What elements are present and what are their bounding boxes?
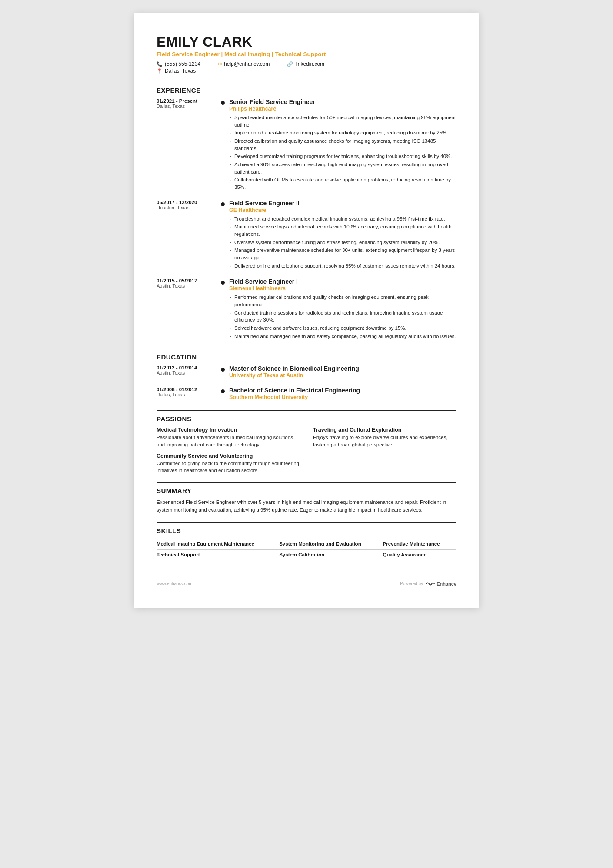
- skill-item: Preventive Maintenance: [383, 539, 456, 550]
- linkedin-contact: 🔗 linkedin.com: [287, 61, 324, 67]
- passion-item: Medical Technology Innovation Passionate…: [157, 427, 300, 448]
- resume-page: EMILY CLARK Field Service Engineer | Med…: [134, 13, 479, 608]
- edu-right: Master of Science in Biomedical Engineer…: [229, 365, 456, 381]
- skill-item: Quality Assurance: [383, 549, 456, 560]
- edu-left: 01/2008 - 01/2012 Dallas, Texas: [157, 387, 221, 402]
- skills-table: Medical Imaging Equipment MaintenanceSys…: [157, 539, 456, 560]
- passion-item: Traveling and Cultural Exploration Enjoy…: [313, 427, 456, 448]
- bullet-item: Spearheaded maintenance schedules for 50…: [229, 114, 456, 128]
- company-name: GE Healthcare: [229, 207, 456, 213]
- edu-dot: [221, 365, 225, 381]
- edu-dot: [221, 387, 225, 402]
- skill-item: Medical Imaging Equipment Maintenance: [157, 539, 279, 550]
- summary-section-title: SUMMARY: [157, 487, 456, 494]
- bullet-item: Oversaw system performance tuning and st…: [229, 239, 456, 246]
- email-contact: ✉ help@enhancv.com: [218, 61, 270, 67]
- page-footer: www.enhancv.com Powered by Enhancv: [157, 576, 456, 587]
- skill-item: System Calibration: [279, 549, 383, 560]
- skills-divider: [157, 522, 456, 523]
- exp-location: Dallas, Texas: [157, 104, 217, 109]
- skill-item: Technical Support: [157, 549, 279, 560]
- education-section-title: EDUCATION: [157, 353, 456, 361]
- location-icon: 📍: [157, 68, 163, 74]
- header: EMILY CLARK Field Service Engineer | Med…: [157, 34, 456, 74]
- footer-brand: Powered by Enhancv: [400, 581, 456, 587]
- timeline-dot: [221, 389, 225, 393]
- exp-date: 01/2015 - 05/2017: [157, 278, 217, 283]
- edu-left: 01/2012 - 01/2014 Austin, Texas: [157, 365, 221, 381]
- bullet-item: Implemented a real-time monitoring syste…: [229, 129, 456, 137]
- experience-section-title: EXPERIENCE: [157, 87, 456, 94]
- linkedin-icon: 🔗: [287, 61, 293, 67]
- passion-desc: Committed to giving back to the communit…: [157, 460, 300, 474]
- bullet-item: Directed calibration and quality assuran…: [229, 137, 456, 152]
- skill-item: System Monitoring and Evaluation: [279, 539, 383, 550]
- exp-left: 06/2017 - 12/2020 Houston, Texas: [157, 200, 221, 271]
- degree-title: Master of Science in Biomedical Engineer…: [229, 365, 456, 372]
- institution-name: Southern Methodist University: [229, 394, 456, 400]
- bullets-list: Troubleshot and repaired complex medical…: [229, 215, 456, 270]
- exp-right: Field Service Engineer II GE Healthcare …: [229, 200, 456, 271]
- experience-item: 06/2017 - 12/2020 Houston, Texas Field S…: [157, 200, 456, 271]
- degree-title: Bachelor of Science in Electrical Engine…: [229, 387, 456, 394]
- skills-row: Technical SupportSystem CalibrationQuali…: [157, 549, 456, 560]
- bullet-item: Performed regular calibrations and quali…: [229, 294, 456, 308]
- timeline-dot: [221, 368, 225, 372]
- exp-date: 01/2021 - Present: [157, 98, 217, 104]
- institution-name: University of Texas at Austin: [229, 372, 456, 379]
- skills-row: Medical Imaging Equipment MaintenanceSys…: [157, 539, 456, 550]
- bullet-item: Managed preventive maintenance schedules…: [229, 247, 456, 261]
- passion-title: Traveling and Cultural Exploration: [313, 427, 456, 433]
- bullet-item: Collaborated with OEMs to escalate and r…: [229, 176, 456, 191]
- exp-right: Field Service Engineer I Siemens Healthi…: [229, 278, 456, 341]
- exp-right: Senior Field Service Engineer Philips He…: [229, 98, 456, 192]
- candidate-name: EMILY CLARK: [157, 34, 456, 50]
- timeline-dot: [221, 281, 225, 285]
- edu-location: Dallas, Texas: [157, 392, 217, 397]
- linkedin-value: linkedin.com: [295, 61, 324, 67]
- job-title: Senior Field Service Engineer: [229, 98, 456, 105]
- exp-location: Austin, Texas: [157, 283, 217, 288]
- education-item: 01/2008 - 01/2012 Dallas, Texas Bachelor…: [157, 387, 456, 402]
- bullet-item: Conducted training sessions for radiolog…: [229, 309, 456, 324]
- bullets-list: Performed regular calibrations and quali…: [229, 294, 456, 340]
- phone-value: (555) 555-1234: [165, 61, 200, 67]
- experience-item: 01/2015 - 05/2017 Austin, Texas Field Se…: [157, 278, 456, 341]
- powered-by-label: Powered by: [400, 581, 423, 586]
- phone-contact: 📞 (555) 555-1234: [157, 61, 200, 67]
- experience-item: 01/2021 - Present Dallas, Texas Senior F…: [157, 98, 456, 192]
- exp-dot: [221, 200, 225, 271]
- edu-date: 01/2012 - 01/2014: [157, 365, 217, 370]
- passion-title: Community Service and Volunteering: [157, 453, 300, 459]
- summary-divider: [157, 482, 456, 483]
- footer-url: www.enhancv.com: [157, 581, 193, 586]
- contact-row: 📞 (555) 555-1234 ✉ help@enhancv.com 🔗 li…: [157, 61, 456, 67]
- edu-right: Bachelor of Science in Electrical Engine…: [229, 387, 456, 402]
- brand-name: Enhancv: [436, 581, 456, 586]
- education-item: 01/2012 - 01/2014 Austin, Texas Master o…: [157, 365, 456, 381]
- bullet-item: Maintained and managed health and safety…: [229, 333, 456, 340]
- company-name: Siemens Healthineers: [229, 285, 456, 292]
- location-contact: 📍 Dallas, Texas: [157, 68, 456, 74]
- passions-divider: [157, 410, 456, 411]
- bullet-item: Solved hardware and software issues, red…: [229, 325, 456, 332]
- passion-desc: Enjoys traveling to explore diverse cult…: [313, 434, 456, 448]
- exp-left: 01/2021 - Present Dallas, Texas: [157, 98, 221, 192]
- bullet-item: Maintained service logs and internal rec…: [229, 223, 456, 238]
- exp-location: Houston, Texas: [157, 205, 217, 210]
- job-title: Field Service Engineer II: [229, 200, 456, 207]
- bullet-item: Delivered online and telephone support, …: [229, 262, 456, 270]
- experience-list: 01/2021 - Present Dallas, Texas Senior F…: [157, 98, 456, 341]
- company-name: Philips Healthcare: [229, 106, 456, 112]
- enhancv-logo: Enhancv: [426, 581, 456, 587]
- phone-icon: 📞: [157, 61, 163, 67]
- passion-item: Community Service and Volunteering Commi…: [157, 453, 300, 474]
- passions-section-title: PASSIONS: [157, 415, 456, 422]
- exp-dot: [221, 278, 225, 341]
- location-value: Dallas, Texas: [165, 68, 196, 74]
- skills-section-title: SKILLS: [157, 527, 456, 534]
- edu-location: Austin, Texas: [157, 370, 217, 375]
- timeline-dot: [221, 202, 225, 206]
- experience-divider: [157, 82, 456, 82]
- passions-list: Medical Technology Innovation Passionate…: [157, 427, 456, 474]
